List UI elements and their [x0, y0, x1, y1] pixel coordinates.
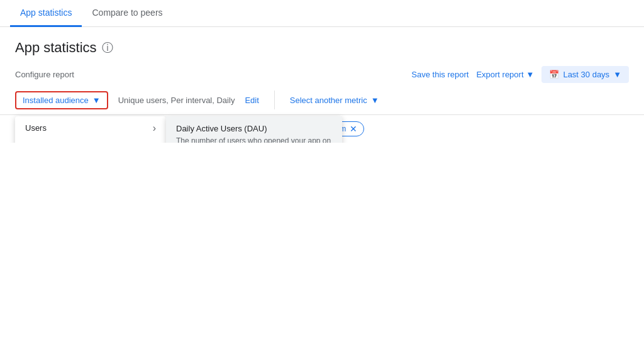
metric-description: Unique users, Per interval, Daily	[118, 96, 235, 105]
main-dropdown-menu: Users › Devices › Engagement › Ratings ›…	[15, 116, 166, 143]
page-header: App statistics ⓘ	[0, 27, 644, 61]
page-title: App statistics	[15, 40, 97, 56]
installed-audience-chevron-icon: ▼	[92, 96, 101, 105]
remove-filter-vietnam-icon[interactable]: ✕	[350, 124, 357, 133]
tab-app-statistics[interactable]: App statistics	[10, 0, 82, 27]
tab-compare-to-peers[interactable]: Compare to peers	[82, 0, 172, 27]
export-chevron-icon: ▼	[526, 70, 535, 79]
top-tabs-bar: App statistics Compare to peers	[0, 0, 644, 27]
submenu-item-dau[interactable]: Daily Active Users (DAU) The number of u…	[166, 116, 342, 143]
edit-metric-link[interactable]: Edit	[245, 96, 258, 105]
menu-item-users[interactable]: Users ›	[15, 116, 166, 140]
installed-audience-button[interactable]: Installed audience ▼	[15, 91, 108, 109]
vertical-divider	[274, 91, 275, 109]
chevron-right-icon: ›	[153, 123, 156, 134]
save-report-button[interactable]: Save this report	[411, 70, 469, 79]
engagement-submenu: Daily Active Users (DAU) The number of u…	[166, 116, 342, 143]
menu-item-devices[interactable]: Devices ›	[15, 140, 166, 143]
calendar-icon: 📅	[549, 70, 559, 79]
dropdown-container: Installed audience ▼ Users › Devices › E…	[15, 91, 108, 109]
config-bar: Configure report Save this report Export…	[0, 61, 644, 91]
select-another-metric-button[interactable]: Select another metric ▼	[290, 96, 379, 105]
date-range-button[interactable]: 📅 Last 30 days ▼	[541, 66, 629, 83]
metrics-row: Installed audience ▼ Users › Devices › E…	[0, 91, 644, 115]
export-report-button[interactable]: Export report ▼	[476, 70, 534, 79]
date-chevron-icon: ▼	[613, 70, 621, 79]
select-metric-chevron-icon: ▼	[371, 96, 379, 105]
config-actions: Save this report Export report ▼ 📅 Last …	[411, 66, 629, 83]
configure-report-label: Configure report	[15, 70, 74, 79]
help-icon[interactable]: ⓘ	[102, 40, 113, 55]
